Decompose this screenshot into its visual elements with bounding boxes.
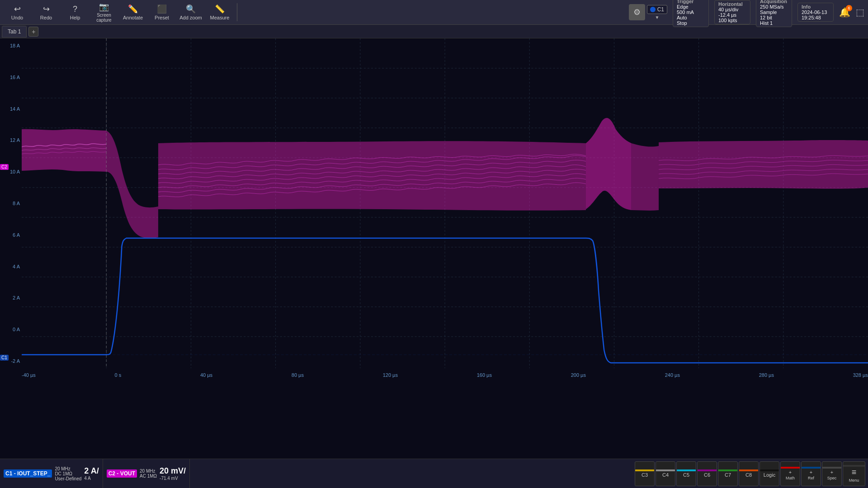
acquisition-panel: Acquisition 250 MSa/s Sample 12 bit Hist… — [756, 0, 792, 27]
logic-button[interactable]: Logic — [760, 461, 779, 486]
undo-icon: ↩ — [14, 4, 21, 14]
x-axis: -40 µs 0 s 40 µs 80 µs 120 µs 160 µs 200… — [22, 368, 868, 382]
channel-buttons: C3 C4 C5 C6 C7 C8 Logic + Math — [632, 459, 868, 488]
preset-icon: ⬛ — [157, 4, 167, 14]
scope-area: ▼ C2 C1 TA 18 A 16 A 14 A 12 A 10 A 8 A … — [0, 38, 868, 459]
c5-button[interactable]: C5 — [676, 461, 696, 486]
c7-button[interactable]: C7 — [718, 461, 738, 486]
ch2-info-block: C2 - VOUT 20 MHz AC 1MΩ 20 mV/ -71.4 mV — [103, 459, 190, 488]
pencil-icon: ✏️ — [128, 4, 138, 14]
c4-button[interactable]: C4 — [656, 461, 675, 486]
toolbar-divider — [237, 3, 237, 21]
spec-color-strip — [822, 467, 841, 469]
toolbar: ↩ Undo ↪ Redo ? Help 📷 Screencapture ✏️ … — [0, 0, 868, 25]
math-button[interactable]: + Math — [780, 461, 800, 486]
y-axis: 18 A 16 A 14 A 12 A 10 A 8 A 6 A 4 A 2 A… — [0, 38, 22, 368]
c3-color-strip — [635, 469, 654, 471]
settings-button[interactable]: ⚙ — [629, 4, 645, 20]
preset-button[interactable]: ⬛ Preset — [148, 1, 175, 23]
scope-svg — [22, 38, 868, 368]
ch1-label[interactable]: C1 - IOUT_STEP_ — [4, 469, 52, 478]
math-color-strip — [781, 467, 800, 469]
c6-color-strip — [698, 469, 717, 471]
share-button[interactable]: ⬚ — [856, 7, 864, 18]
undo-button[interactable]: ↩ Undo — [4, 1, 31, 23]
c8-button[interactable]: C8 — [739, 461, 759, 486]
channel-dropdown-arrow[interactable]: ▼ — [655, 15, 659, 20]
add-zoom-button[interactable]: 🔍 Add zoom — [177, 1, 204, 23]
c6-button[interactable]: C6 — [697, 461, 717, 486]
trigger-panel: Trigger Edge 500 mA Auto Stop — [673, 0, 709, 27]
ch1-scale: 2 A/ 4 A — [84, 466, 99, 481]
help-icon: ? — [73, 5, 77, 14]
screen-capture-button[interactable]: 📷 Screencapture — [90, 1, 118, 23]
ch2-settings: 20 MHz AC 1MΩ — [140, 469, 157, 479]
main-area: ▼ C2 C1 TA 18 A 16 A 14 A 12 A 10 A 8 A … — [0, 38, 868, 459]
redo-icon: ↪ — [43, 4, 50, 14]
camera-icon: 📷 — [99, 2, 109, 12]
channel-selector[interactable]: C1 — [647, 5, 667, 14]
zoom-icon: 🔍 — [186, 4, 196, 14]
add-tab-button[interactable]: + — [28, 27, 38, 37]
spec-button[interactable]: + Spec — [822, 461, 842, 486]
bottom-bar: C1 - IOUT_STEP_ 20 MHz DC 1MΩ User-Defin… — [0, 459, 868, 488]
menu-color-strip — [843, 465, 865, 467]
menu-button[interactable]: ≡ Menu — [843, 461, 865, 486]
c3-button[interactable]: C3 — [635, 461, 655, 486]
ref-color-strip — [802, 467, 821, 469]
ch1-settings: 20 MHz DC 1MΩ User-Defined — [55, 466, 81, 481]
channel-dot — [650, 7, 656, 12]
annotate-button[interactable]: ✏️ Annotate — [119, 1, 146, 23]
tab-1[interactable]: Tab 1 — [2, 26, 27, 38]
info-panel: Info 2024-06-13 19:25:48 — [797, 3, 834, 22]
c5-color-strip — [677, 469, 696, 471]
ch2-label[interactable]: C2 - VOUT — [107, 469, 137, 478]
notification-bell[interactable]: 🔔 6 — [839, 7, 850, 18]
measure-button[interactable]: 📏 Measure — [206, 1, 233, 23]
redo-button[interactable]: ↪ Redo — [33, 1, 60, 23]
horizontal-panel: Horizontal 40 µs/div -12.4 µs 100 kpts — [714, 0, 750, 24]
ch1-info-block: C1 - IOUT_STEP_ 20 MHz DC 1MΩ User-Defin… — [0, 459, 103, 488]
measure-icon: 📏 — [215, 4, 225, 14]
ch2-scale: 20 mV/ -71.4 mV — [160, 466, 186, 481]
top-right-panels: ⚙ C1 ▼ Trigger Edge 500 mA Auto Stop Hor… — [629, 0, 864, 27]
c8-color-strip — [739, 469, 758, 471]
scope-canvas — [22, 38, 868, 368]
help-button[interactable]: ? Help — [61, 1, 89, 23]
ref-button[interactable]: + Ref — [801, 461, 821, 486]
logic-color-strip — [760, 469, 779, 471]
c7-color-strip — [718, 469, 737, 471]
c4-color-strip — [656, 469, 675, 471]
